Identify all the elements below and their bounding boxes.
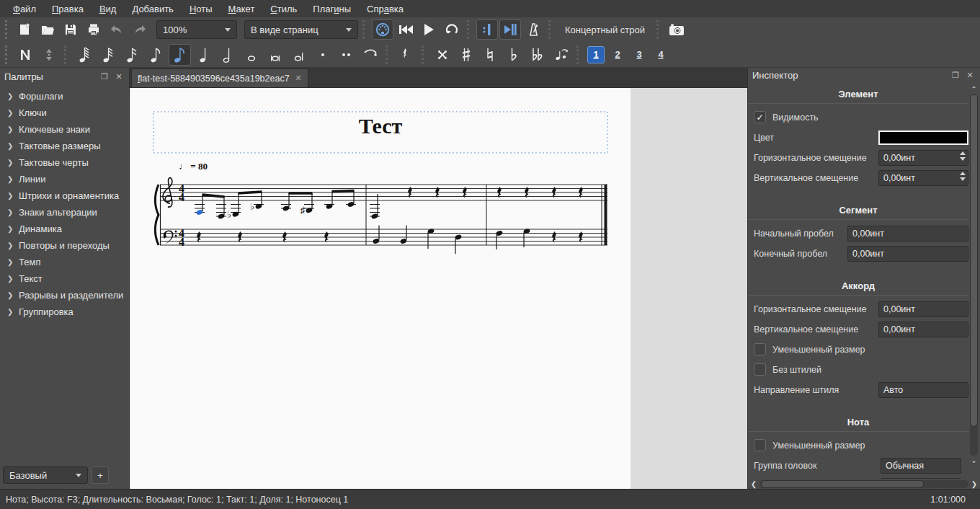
score-tab[interactable]: flat-test-5884903596ce435a19b2eac7 ✕: [131, 68, 308, 87]
head-group-select[interactable]: Обычная: [881, 458, 961, 474]
trailing-space-spinbox[interactable]: 0,00инт: [847, 246, 968, 262]
menu-style[interactable]: Стиль: [263, 2, 304, 16]
palette-item-breaks[interactable]: ❯Разрывы и разделители: [0, 287, 129, 304]
voice-2-button[interactable]: 2: [609, 46, 626, 63]
metronome-button[interactable]: [522, 19, 544, 40]
menu-layout[interactable]: Макет: [221, 2, 262, 16]
duration-32nd-button[interactable]: [97, 44, 120, 66]
menu-file[interactable]: Файл: [6, 2, 43, 16]
play-repeats-toggle[interactable]: [476, 19, 498, 40]
score-canvas[interactable]: Тест ♩ = 80: [130, 88, 747, 489]
duration-16th-button[interactable]: [121, 44, 143, 66]
double-flat-button[interactable]: [526, 44, 548, 66]
element-hoffset-spinbox[interactable]: 0,00инт: [878, 150, 968, 166]
duration-8th-button[interactable]: [145, 44, 167, 66]
palette-item-tempo[interactable]: ❯Темп: [0, 254, 129, 270]
open-file-button[interactable]: [37, 19, 58, 40]
palette-item-dynamics[interactable]: ❯Динамика: [0, 221, 129, 237]
menu-edit[interactable]: Правка: [45, 2, 91, 16]
menu-view[interactable]: Вид: [92, 2, 124, 16]
menu-help[interactable]: Справка: [360, 2, 411, 16]
spin-up-icon[interactable]: [960, 172, 966, 175]
spin-down-icon[interactable]: [960, 177, 966, 181]
rest-button[interactable]: [395, 44, 417, 66]
score-page[interactable]: Тест ♩ = 80: [130, 88, 631, 489]
note-small-checkbox[interactable]: [754, 439, 766, 451]
scroll-left-icon[interactable]: ❮: [749, 480, 758, 488]
voice-4-button[interactable]: 4: [652, 46, 669, 63]
element-voffset-spinbox[interactable]: 0,00инт: [878, 170, 968, 186]
save-button[interactable]: [60, 19, 81, 40]
duration-spinner[interactable]: [37, 44, 60, 66]
scroll-up-icon[interactable]: ⌃: [971, 84, 976, 94]
natural-button[interactable]: [478, 44, 501, 66]
scrollbar-thumb[interactable]: [761, 480, 924, 488]
stemless-checkbox[interactable]: [754, 363, 766, 376]
chord-small-checkbox[interactable]: [754, 343, 766, 355]
head-type-select[interactable]: Авто: [881, 478, 961, 479]
palette-item-beam-properties[interactable]: ❯Группировка: [0, 304, 129, 320]
double-sharp-button[interactable]: [431, 44, 453, 66]
palette-item-key-signatures[interactable]: ❯Ключевые знаки: [0, 121, 129, 138]
close-panel-icon[interactable]: ✕: [964, 69, 976, 81]
visibility-checkbox[interactable]: ✓: [754, 111, 766, 123]
zoom-select[interactable]: 100%: [156, 20, 237, 39]
undo-button[interactable]: [106, 19, 128, 40]
flat-button[interactable]: [502, 44, 525, 66]
augmentation-dot-button[interactable]: [311, 44, 334, 66]
palette-item-clefs[interactable]: ❯Ключи: [0, 105, 129, 121]
float-panel-icon[interactable]: ❐: [950, 69, 961, 81]
note-input-mode-button[interactable]: [14, 44, 36, 66]
inspector-horizontal-scrollbar[interactable]: ❮ ❯: [748, 479, 980, 489]
duration-8th-button-selected[interactable]: [169, 44, 191, 66]
palette-item-text[interactable]: ❯Текст: [0, 270, 129, 287]
workspace-select[interactable]: Базовый: [3, 466, 88, 484]
duration-longa-button[interactable]: [288, 44, 310, 66]
duration-64th-button[interactable]: [74, 44, 96, 66]
add-workspace-button[interactable]: +: [92, 466, 109, 484]
palette-item-repeats[interactable]: ❯Повторы и переходы: [0, 237, 129, 254]
menu-notes[interactable]: Ноты: [182, 2, 220, 16]
voice-1-button[interactable]: 1: [587, 46, 605, 63]
duration-whole-button[interactable]: [240, 44, 262, 66]
sharp-button[interactable]: [455, 44, 477, 66]
spin-up-icon[interactable]: [960, 151, 966, 155]
scrollbar-thumb[interactable]: [970, 94, 978, 427]
toolbar-drag-handle[interactable]: [5, 45, 10, 64]
palette-item-barlines[interactable]: ❯Тактовые черты: [0, 154, 129, 171]
new-score-button[interactable]: [14, 19, 35, 40]
loop-playback-button[interactable]: [441, 19, 463, 40]
menu-add[interactable]: Добавить: [125, 2, 180, 16]
chord-voffset-spinbox[interactable]: 0,00инт: [878, 322, 968, 337]
midi-input-toggle[interactable]: [372, 19, 393, 40]
duration-half-button[interactable]: [216, 44, 239, 66]
color-swatch[interactable]: [878, 130, 968, 145]
view-mode-select[interactable]: В виде страниц: [244, 20, 358, 39]
print-button[interactable]: [83, 19, 104, 40]
palette-item-lines[interactable]: ❯Линии: [0, 171, 129, 187]
redo-button[interactable]: [129, 19, 151, 40]
stem-direction-select[interactable]: Авто: [878, 382, 968, 398]
pan-playback-toggle[interactable]: [499, 19, 521, 40]
double-dot-button[interactable]: [335, 44, 357, 66]
rewind-button[interactable]: [395, 19, 416, 40]
duration-breve-button[interactable]: [264, 44, 286, 66]
chord-hoffset-spinbox[interactable]: 0,00инт: [878, 301, 968, 317]
spin-down-icon[interactable]: [960, 157, 966, 161]
palette-item-articulations[interactable]: ❯Штрихи и орнаментика: [0, 187, 129, 204]
tie-button[interactable]: [359, 44, 381, 66]
palette-item-grace-notes[interactable]: ❯Форшлаги: [0, 88, 129, 105]
tab-close-icon[interactable]: ✕: [295, 74, 302, 83]
float-panel-icon[interactable]: ❐: [99, 71, 110, 82]
close-panel-icon[interactable]: ✕: [113, 71, 125, 82]
menu-plugins[interactable]: Плагины: [306, 2, 358, 16]
toolbar-drag-handle[interactable]: [5, 20, 10, 39]
image-capture-button[interactable]: [666, 19, 687, 40]
inspector-vertical-scrollbar[interactable]: ⌃ ⌄: [969, 84, 979, 466]
scroll-right-icon[interactable]: ❯: [970, 480, 979, 488]
flip-direction-button[interactable]: [550, 44, 572, 66]
play-button[interactable]: [418, 19, 440, 40]
voice-3-button[interactable]: 3: [631, 46, 648, 63]
duration-quarter-button[interactable]: [192, 44, 215, 66]
scroll-down-icon[interactable]: ⌄: [971, 456, 976, 466]
